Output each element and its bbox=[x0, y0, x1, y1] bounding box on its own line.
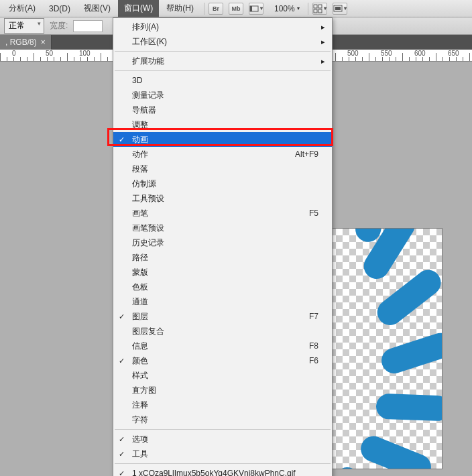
menu-item-label: 图层复合 bbox=[132, 326, 164, 337]
menu-item-label: 仿制源 bbox=[132, 178, 156, 190]
minibridge-button[interactable]: Mb bbox=[229, 3, 243, 15]
menu-item-label: 画笔 bbox=[132, 208, 148, 219]
arrange-documents-button[interactable] bbox=[312, 3, 327, 15]
menu-view[interactable]: 视图(V) bbox=[78, 0, 117, 17]
blend-mode-combo[interactable]: 正常 bbox=[4, 18, 44, 34]
svg-rect-5 bbox=[318, 9, 322, 13]
menu-item[interactable]: 图层复合 bbox=[113, 324, 332, 339]
menu-item-label: 段落 bbox=[132, 164, 148, 175]
menu-item[interactable]: 调整 bbox=[113, 117, 332, 132]
menu-item[interactable]: 色板 bbox=[113, 280, 332, 294]
menu-item-label: 工作区(K) bbox=[132, 36, 167, 48]
menu-item[interactable]: ✓动画 bbox=[113, 132, 332, 147]
ruler-mark: 650 bbox=[448, 50, 459, 57]
menu-item-label: 扩展功能 bbox=[132, 56, 164, 67]
bridge-button[interactable]: Br bbox=[209, 3, 223, 15]
menu-item[interactable]: 样式 bbox=[113, 368, 332, 383]
menu-item[interactable]: 注释 bbox=[113, 398, 332, 412]
menu-item[interactable]: 画笔预设 bbox=[113, 221, 332, 235]
menu-item-label: 通道 bbox=[132, 296, 148, 308]
width-input[interactable] bbox=[73, 20, 103, 32]
ruler-mark: 500 bbox=[347, 50, 359, 57]
filmstrip-icon bbox=[249, 4, 259, 13]
ruler-mark: 50 bbox=[46, 50, 53, 57]
menu-item-label: 图层 bbox=[132, 311, 148, 322]
menu-item-label: 路径 bbox=[132, 252, 148, 263]
check-icon: ✓ bbox=[119, 135, 125, 144]
menu-item-label: 字符 bbox=[132, 414, 148, 426]
menu-item[interactable]: 字符 bbox=[113, 412, 332, 427]
check-icon: ✓ bbox=[119, 469, 125, 477]
menu-item-label: 颜色 bbox=[132, 355, 148, 367]
menu-window[interactable]: 窗口(W) bbox=[118, 0, 159, 17]
menu-item[interactable]: 仿制源 bbox=[113, 176, 332, 191]
menu-item[interactable]: 通道 bbox=[113, 294, 332, 309]
menu-item[interactable]: 直方图 bbox=[113, 383, 332, 398]
screen-icon bbox=[333, 4, 343, 13]
screen-layout-button[interactable] bbox=[249, 3, 263, 15]
menu-help[interactable]: 帮助(H) bbox=[160, 0, 200, 17]
window-menu-dropdown: 排列(A)工作区(K)扩展功能3D测量记录导航器调整✓动画动作Alt+F9段落仿… bbox=[113, 17, 333, 476]
menu-item[interactable]: 段落 bbox=[113, 162, 332, 176]
menu-item[interactable]: 动作Alt+F9 bbox=[113, 147, 332, 162]
document-tab[interactable]: , RGB/8) × bbox=[0, 35, 52, 50]
menu-item[interactable]: 路径 bbox=[113, 250, 332, 265]
menu-item-shortcut: Alt+F9 bbox=[295, 150, 318, 159]
menu-3d[interactable]: 3D(D) bbox=[43, 1, 76, 16]
menu-item[interactable]: 信息F8 bbox=[113, 339, 332, 353]
menu-item-label: 直方图 bbox=[132, 385, 156, 396]
menu-item-label: 工具 bbox=[132, 449, 148, 460]
menu-item[interactable]: ✓图层F7 bbox=[113, 309, 332, 324]
separator bbox=[204, 3, 204, 15]
menu-item-label: 蒙版 bbox=[132, 267, 148, 278]
menu-item[interactable]: 扩展功能 bbox=[113, 54, 332, 68]
width-label: 宽度: bbox=[50, 20, 68, 32]
menu-item-label: 动作 bbox=[132, 149, 148, 160]
menu-analyze[interactable]: 分析(A) bbox=[3, 0, 42, 17]
svg-rect-1 bbox=[250, 6, 252, 11]
menu-item-label: 工具预设 bbox=[132, 193, 164, 204]
shape-petal bbox=[375, 394, 442, 422]
menu-item-label: 信息 bbox=[132, 341, 148, 352]
ruler-mark: 0 bbox=[12, 50, 16, 57]
screen-mode-button[interactable] bbox=[333, 3, 347, 15]
menu-item[interactable]: 导航器 bbox=[113, 103, 332, 117]
svg-rect-7 bbox=[335, 7, 341, 10]
menu-item[interactable]: 工作区(K) bbox=[113, 34, 332, 49]
svg-rect-4 bbox=[314, 9, 317, 13]
menu-item-label: 测量记录 bbox=[132, 90, 164, 101]
menu-item-label: 注释 bbox=[132, 400, 148, 411]
menu-item-label: 选项 bbox=[132, 434, 148, 445]
menu-item-shortcut: F5 bbox=[309, 209, 318, 218]
menu-item-label: 历史记录 bbox=[132, 237, 164, 249]
menu-item-shortcut: F7 bbox=[309, 312, 318, 321]
menu-item[interactable]: 历史记录 bbox=[113, 235, 332, 250]
svg-rect-3 bbox=[318, 5, 322, 8]
close-icon[interactable]: × bbox=[41, 38, 46, 47]
menu-item-shortcut: F6 bbox=[309, 356, 318, 365]
menu-item-label: 动画 bbox=[132, 134, 148, 145]
menu-item[interactable]: ✓颜色F6 bbox=[113, 353, 332, 368]
menu-item[interactable]: 3D bbox=[113, 73, 332, 88]
menu-item[interactable]: ✓1 xCQza9LlImux5b5okYq4GKVnj8kwPhnC.gif bbox=[113, 466, 332, 476]
menu-item-label: 色板 bbox=[132, 282, 148, 293]
menu-item-label: 1 xCQza9LlImux5b5okYq4GKVnj8kwPhnC.gif bbox=[132, 469, 296, 476]
shape-petal bbox=[378, 330, 442, 377]
menu-item-label: 样式 bbox=[132, 370, 148, 381]
ruler-mark: 600 bbox=[414, 50, 426, 57]
menu-item[interactable]: 蒙版 bbox=[113, 265, 332, 280]
menu-item-label: 3D bbox=[132, 76, 142, 85]
menu-bar: 分析(A) 3D(D) 视图(V) 窗口(W) 帮助(H) Br Mb 100% bbox=[0, 0, 472, 17]
menu-item[interactable]: ✓选项 bbox=[113, 432, 332, 447]
ruler-mark: 550 bbox=[381, 50, 392, 57]
zoom-level[interactable]: 100% bbox=[270, 3, 304, 15]
ruler-mark: 100 bbox=[79, 50, 91, 57]
menu-item[interactable]: 工具预设 bbox=[113, 191, 332, 206]
menu-item[interactable]: 画笔F5 bbox=[113, 206, 332, 221]
menu-item[interactable]: 排列(A) bbox=[113, 19, 332, 34]
check-icon: ✓ bbox=[119, 312, 125, 321]
menu-item[interactable]: ✓工具 bbox=[113, 447, 332, 461]
menu-item-label: 调整 bbox=[132, 119, 148, 131]
menu-item-shortcut: F8 bbox=[309, 341, 318, 351]
menu-item[interactable]: 测量记录 bbox=[113, 88, 332, 103]
